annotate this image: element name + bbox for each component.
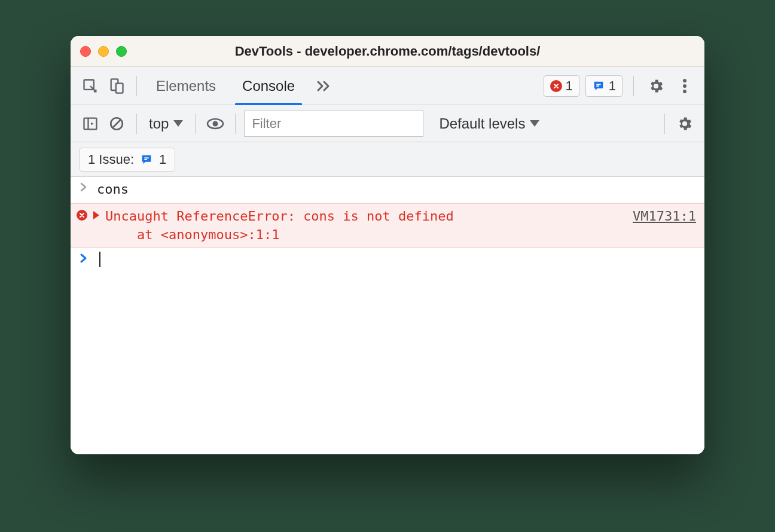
kebab-menu-icon[interactable]	[673, 75, 696, 97]
window-title: DevTools - developer.chrome.com/tags/dev…	[71, 44, 704, 59]
issues-badge[interactable]: 1	[585, 75, 623, 97]
minimize-window-button[interactable]	[98, 46, 109, 57]
clear-console-icon[interactable]	[105, 112, 128, 135]
svg-point-5	[683, 79, 686, 82]
svg-rect-2	[116, 83, 123, 93]
svg-rect-4	[596, 85, 599, 87]
inspect-element-icon[interactable]	[79, 75, 102, 97]
levels-label: Default levels	[439, 115, 525, 132]
svg-point-6	[683, 84, 686, 88]
tab-label: Console	[242, 78, 295, 94]
svg-rect-3	[596, 84, 600, 85]
errors-badge[interactable]: 1	[544, 75, 579, 97]
more-tabs-button[interactable]	[310, 67, 339, 105]
error-source-link[interactable]: VM1731:1	[633, 207, 696, 224]
log-levels-selector[interactable]: Default levels	[435, 115, 543, 132]
text-caret	[99, 252, 100, 267]
close-window-button[interactable]	[80, 46, 91, 57]
issues-pill-count: 1	[159, 152, 166, 167]
input-chevron-icon	[77, 181, 91, 192]
context-label: top	[149, 115, 169, 132]
settings-icon[interactable]	[645, 75, 667, 97]
svg-line-11	[113, 120, 121, 127]
main-toolbar: Elements Console 1 1	[71, 67, 704, 105]
svg-rect-8	[84, 118, 97, 129]
svg-rect-15	[144, 159, 147, 160]
devtools-window: DevTools - developer.chrome.com/tags/dev…	[71, 36, 704, 454]
svg-point-13	[213, 121, 218, 126]
error-message: Uncaught ReferenceError: cons is not def…	[105, 207, 627, 244]
prompt-chevron-icon	[77, 252, 91, 264]
chevrons-right-icon	[316, 80, 333, 92]
tab-console[interactable]: Console	[231, 67, 306, 105]
window-controls	[80, 46, 127, 57]
errors-count: 1	[566, 78, 573, 94]
tab-label: Elements	[156, 78, 216, 94]
toolbar-divider	[195, 114, 196, 134]
console-settings-icon[interactable]	[673, 112, 696, 135]
chevron-down-icon	[173, 120, 183, 127]
issues-count: 1	[609, 78, 616, 94]
issues-label: 1 Issue:	[88, 152, 134, 167]
toolbar-divider	[664, 114, 665, 134]
tab-elements[interactable]: Elements	[145, 67, 227, 105]
panel-tabs: Elements Console	[145, 67, 339, 105]
live-expression-icon[interactable]	[204, 112, 227, 135]
toolbar-divider	[235, 114, 236, 134]
toolbar-divider	[136, 76, 137, 96]
issue-icon	[592, 80, 605, 93]
issues-bar: 1 Issue: 1	[71, 142, 704, 177]
error-icon	[550, 80, 562, 92]
zoom-window-button[interactable]	[116, 46, 127, 57]
console-toolbar: top Default levels	[71, 105, 704, 142]
filter-input[interactable]	[244, 111, 423, 137]
console-prompt-row[interactable]	[71, 248, 704, 271]
console-output: cons Uncaught ReferenceError: cons is no…	[71, 177, 704, 454]
device-toolbar-icon[interactable]	[105, 75, 128, 97]
titlebar: DevTools - developer.chrome.com/tags/dev…	[71, 36, 704, 67]
console-input-echo-row: cons	[71, 177, 704, 203]
open-issues-button[interactable]: 1 Issue: 1	[79, 148, 175, 172]
expand-error-icon[interactable]	[93, 211, 99, 219]
error-icon	[77, 210, 87, 221]
issue-icon	[140, 153, 153, 166]
chevron-down-icon	[530, 120, 539, 127]
toggle-console-sidebar-icon[interactable]	[79, 112, 102, 135]
toolbar-divider	[633, 76, 634, 96]
console-error-row: Uncaught ReferenceError: cons is not def…	[71, 203, 704, 249]
svg-point-7	[683, 90, 686, 93]
execution-context-selector[interactable]: top	[145, 115, 187, 132]
svg-rect-14	[144, 157, 148, 158]
toolbar-divider	[136, 114, 137, 134]
console-input-text: cons	[97, 181, 696, 199]
